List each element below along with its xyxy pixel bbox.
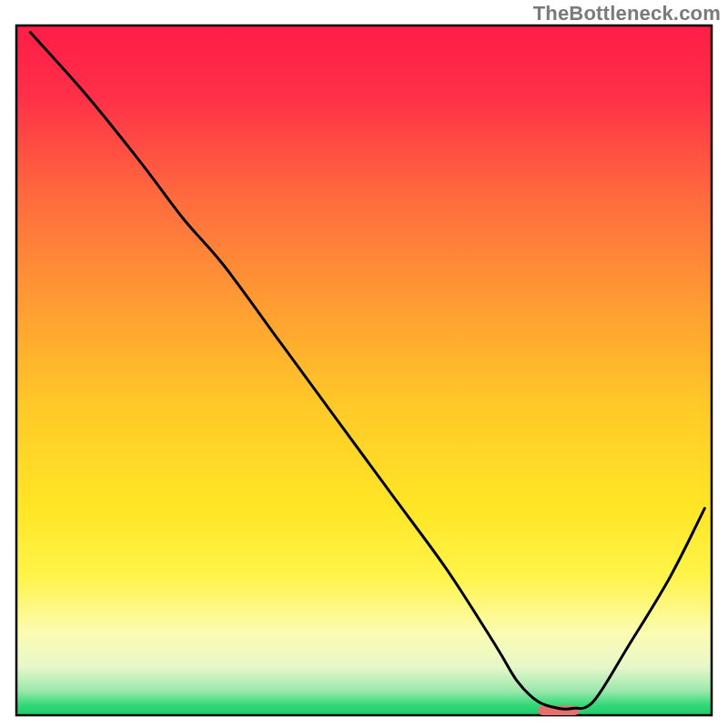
chart-container: TheBottleneck.com xyxy=(0,0,728,728)
bottleneck-chart xyxy=(0,0,728,728)
plot-background xyxy=(16,25,712,715)
